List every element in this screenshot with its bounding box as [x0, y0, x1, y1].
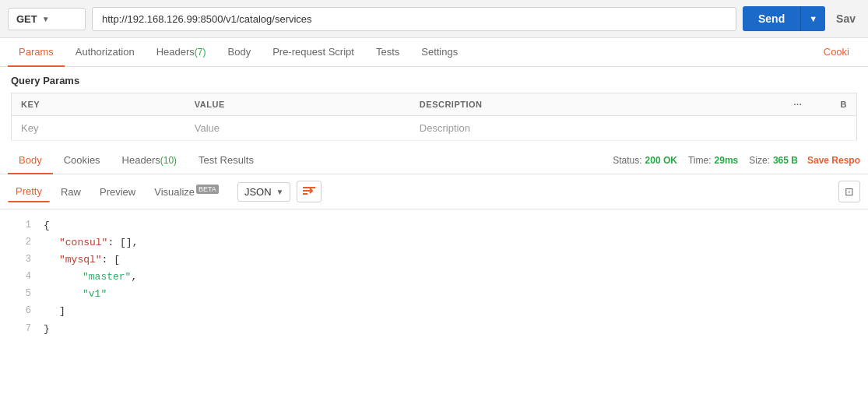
format-tab-preview[interactable]: Preview — [92, 182, 143, 202]
format-label: JSON — [244, 186, 272, 198]
col-bulk: B — [831, 93, 857, 116]
param-key[interactable]: Key — [12, 116, 185, 141]
json-line-5: 5 "v1" — [0, 286, 868, 303]
format-tab-visualize[interactable]: VisualizeBETA — [146, 181, 227, 202]
tab-body[interactable]: Body — [217, 38, 262, 67]
col-value: VALUE — [185, 93, 410, 116]
format-tab-pretty[interactable]: Pretty — [8, 181, 50, 202]
tab-cookies[interactable]: Cooki — [813, 38, 860, 67]
col-key: KEY — [12, 93, 185, 116]
format-chevron: ▼ — [276, 188, 284, 196]
top-bar: GET ▼ Send ▼ Sav — [0, 0, 868, 38]
param-value[interactable]: Value — [185, 116, 410, 141]
param-bulk — [831, 116, 857, 141]
col-actions[interactable]: ··· — [785, 93, 831, 116]
tab-headers[interactable]: Headers(7) — [146, 38, 217, 67]
tab-params[interactable]: Params — [8, 38, 65, 67]
tab-settings[interactable]: Settings — [410, 38, 469, 67]
col-description: DESCRIPTION — [410, 93, 785, 116]
time-label: Time: — [688, 155, 712, 166]
json-line-3: 3 "mysql" : [ — [0, 251, 868, 269]
tab-tests[interactable]: Tests — [365, 38, 410, 67]
resp-tab-body[interactable]: Body — [8, 147, 53, 174]
save-button[interactable]: Sav — [831, 6, 860, 31]
params-table: KEY VALUE DESCRIPTION ··· B Key Value De… — [11, 93, 857, 141]
send-btn-group: Send ▼ — [743, 6, 825, 31]
resp-tab-headers[interactable]: Headers(10) — [111, 147, 188, 174]
format-tab-raw[interactable]: Raw — [53, 182, 89, 202]
wrap-icon — [302, 185, 316, 199]
param-description[interactable]: Description — [410, 116, 785, 141]
expand-icon: ⊡ — [845, 185, 854, 198]
response-body-toolbar: Pretty Raw Preview VisualizeBETA JSON ▼ … — [0, 174, 868, 209]
json-line-6: 6 ] — [0, 303, 868, 320]
tab-authorization[interactable]: Authorization — [65, 38, 146, 67]
request-tabs: Params Authorization Headers(7) Body Pre… — [0, 38, 868, 67]
beta-badge: BETA — [196, 185, 219, 194]
resp-tab-test-results[interactable]: Test Results — [188, 147, 265, 174]
size-label: Size: — [749, 155, 770, 166]
url-input[interactable] — [92, 7, 736, 31]
response-status-bar: Status: 200 OK Time: 29ms Size: 365 B Sa… — [613, 155, 860, 166]
size-value: 365 B — [773, 155, 798, 166]
method-chevron: ▼ — [42, 15, 50, 23]
send-dropdown-button[interactable]: ▼ — [800, 6, 825, 31]
time-value: 29ms — [715, 155, 739, 166]
table-row: Key Value Description — [12, 116, 857, 141]
send-button[interactable]: Send — [743, 6, 800, 31]
param-actions — [785, 116, 831, 141]
json-line-7: 7 } — [0, 321, 868, 338]
json-line-4: 4 "master" , — [0, 269, 868, 286]
method-select[interactable]: GET ▼ — [8, 8, 86, 30]
wrap-button[interactable] — [297, 181, 322, 202]
json-line-2: 2 "consul" : [], — [0, 234, 868, 251]
query-params-title: Query Params — [11, 75, 857, 86]
tab-pre-request-script[interactable]: Pre-request Script — [262, 38, 365, 67]
resp-tab-cookies[interactable]: Cookies — [53, 147, 111, 174]
json-line-1: 1 { — [0, 217, 868, 234]
method-label: GET — [16, 13, 37, 25]
expand-button[interactable]: ⊡ — [838, 181, 860, 202]
status-value: 200 OK — [645, 155, 677, 166]
save-response-button[interactable]: Save Respo — [807, 155, 860, 166]
status-label: Status: — [613, 155, 641, 166]
json-viewer: 1 { 2 "consul" : [], 3 "mysql" : [ 4 "ma… — [0, 209, 868, 346]
query-params-section: Query Params KEY VALUE DESCRIPTION ··· B… — [0, 67, 868, 141]
format-dropdown[interactable]: JSON ▼ — [237, 182, 291, 202]
response-tabs-bar: Body Cookies Headers(10) Test Results St… — [0, 147, 868, 174]
